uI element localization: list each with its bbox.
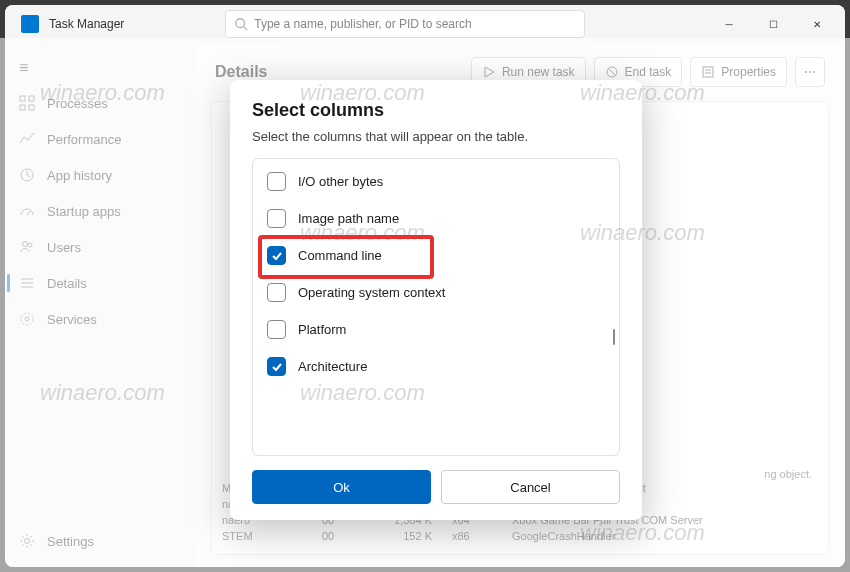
button-label: Cancel (510, 480, 550, 495)
column-label: Command line (298, 248, 382, 263)
search-input[interactable]: Type a name, publisher, or PID to search (225, 10, 585, 38)
ok-button[interactable]: Ok (252, 470, 431, 504)
select-columns-dialog: Select columns Select the columns that w… (230, 80, 642, 520)
column-label: Operating system context (298, 285, 445, 300)
column-option-architecture[interactable]: Architecture (253, 348, 619, 385)
checkbox[interactable] (267, 209, 286, 228)
column-label: Platform (298, 322, 346, 337)
dialog-subtitle: Select the columns that will appear on t… (252, 129, 620, 144)
column-label: I/O other bytes (298, 174, 383, 189)
search-placeholder: Type a name, publisher, or PID to search (254, 17, 471, 31)
dialog-buttons: Ok Cancel (252, 470, 620, 504)
close-button[interactable]: ✕ (795, 9, 839, 39)
svg-point-0 (236, 19, 245, 28)
checkbox[interactable] (267, 320, 286, 339)
checkbox-checked[interactable] (267, 357, 286, 376)
checkbox[interactable] (267, 283, 286, 302)
check-icon (271, 361, 283, 373)
checkbox-checked[interactable] (267, 246, 286, 265)
column-option-io-other-bytes[interactable]: I/O other bytes (253, 163, 619, 200)
cancel-button[interactable]: Cancel (441, 470, 620, 504)
column-option-platform[interactable]: Platform (253, 311, 619, 348)
column-option-command-line[interactable]: Command line (253, 237, 619, 274)
checkbox[interactable] (267, 172, 286, 191)
search-icon (234, 17, 248, 31)
dialog-title: Select columns (252, 100, 620, 121)
columns-list[interactable]: I/O other bytes Image path name Command … (252, 158, 620, 456)
window-controls: ─ ☐ ✕ (707, 9, 839, 39)
button-label: Ok (333, 480, 350, 495)
window-title: Task Manager (49, 17, 124, 31)
app-icon (21, 15, 39, 33)
maximize-button[interactable]: ☐ (751, 9, 795, 39)
check-icon (271, 250, 283, 262)
scrollbar-thumb[interactable] (613, 329, 615, 345)
svg-line-1 (244, 27, 248, 31)
minimize-button[interactable]: ─ (707, 9, 751, 39)
column-option-image-path-name[interactable]: Image path name (253, 200, 619, 237)
column-option-os-context[interactable]: Operating system context (253, 274, 619, 311)
column-label: Architecture (298, 359, 367, 374)
column-label: Image path name (298, 211, 399, 226)
